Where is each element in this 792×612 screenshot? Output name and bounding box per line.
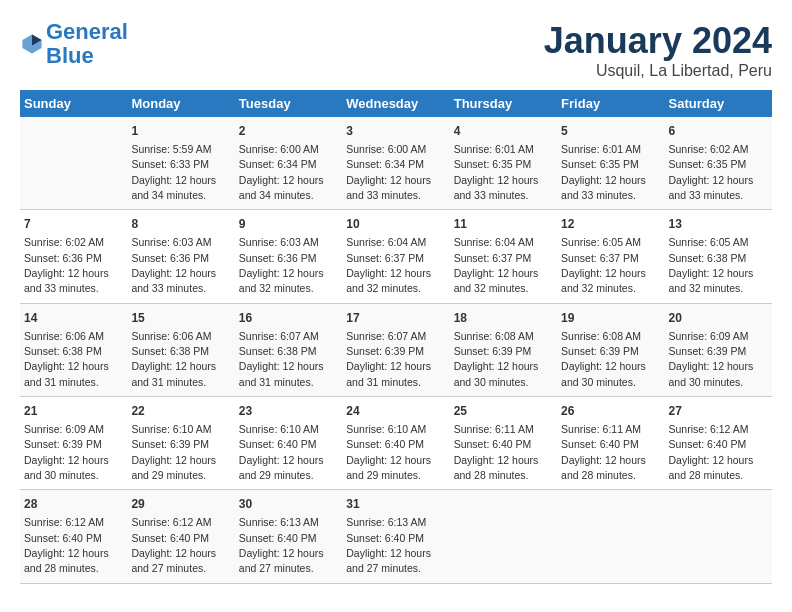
day-info: Sunrise: 5:59 AMSunset: 6:33 PMDaylight:…	[131, 143, 216, 201]
calendar-cell: 28 Sunrise: 6:12 AMSunset: 6:40 PMDaylig…	[20, 490, 127, 583]
calendar-cell: 15 Sunrise: 6:06 AMSunset: 6:38 PMDaylig…	[127, 303, 234, 396]
day-number: 18	[454, 310, 553, 327]
week-row-2: 7 Sunrise: 6:02 AMSunset: 6:36 PMDayligh…	[20, 210, 772, 303]
calendar-cell: 20 Sunrise: 6:09 AMSunset: 6:39 PMDaylig…	[665, 303, 772, 396]
calendar-body: 1 Sunrise: 5:59 AMSunset: 6:33 PMDayligh…	[20, 117, 772, 583]
day-number: 1	[131, 123, 230, 140]
calendar-cell: 11 Sunrise: 6:04 AMSunset: 6:37 PMDaylig…	[450, 210, 557, 303]
logo: General Blue	[20, 20, 128, 68]
day-info: Sunrise: 6:07 AMSunset: 6:39 PMDaylight:…	[346, 330, 431, 388]
column-header-wednesday: Wednesday	[342, 90, 449, 117]
calendar-cell: 26 Sunrise: 6:11 AMSunset: 6:40 PMDaylig…	[557, 397, 664, 490]
day-info: Sunrise: 6:11 AMSunset: 6:40 PMDaylight:…	[561, 423, 646, 481]
calendar-cell: 27 Sunrise: 6:12 AMSunset: 6:40 PMDaylig…	[665, 397, 772, 490]
calendar-cell: 4 Sunrise: 6:01 AMSunset: 6:35 PMDayligh…	[450, 117, 557, 210]
subtitle: Usquil, La Libertad, Peru	[544, 62, 772, 80]
day-info: Sunrise: 6:13 AMSunset: 6:40 PMDaylight:…	[239, 516, 324, 574]
day-info: Sunrise: 6:06 AMSunset: 6:38 PMDaylight:…	[24, 330, 109, 388]
day-info: Sunrise: 6:12 AMSunset: 6:40 PMDaylight:…	[669, 423, 754, 481]
day-info: Sunrise: 6:10 AMSunset: 6:40 PMDaylight:…	[346, 423, 431, 481]
day-info: Sunrise: 6:02 AMSunset: 6:36 PMDaylight:…	[24, 236, 109, 294]
calendar-cell: 6 Sunrise: 6:02 AMSunset: 6:35 PMDayligh…	[665, 117, 772, 210]
calendar-cell: 29 Sunrise: 6:12 AMSunset: 6:40 PMDaylig…	[127, 490, 234, 583]
day-number: 4	[454, 123, 553, 140]
day-number: 12	[561, 216, 660, 233]
day-info: Sunrise: 6:12 AMSunset: 6:40 PMDaylight:…	[24, 516, 109, 574]
day-number: 16	[239, 310, 338, 327]
day-number: 8	[131, 216, 230, 233]
day-number: 29	[131, 496, 230, 513]
calendar-cell	[450, 490, 557, 583]
calendar-cell: 25 Sunrise: 6:11 AMSunset: 6:40 PMDaylig…	[450, 397, 557, 490]
day-number: 9	[239, 216, 338, 233]
day-info: Sunrise: 6:13 AMSunset: 6:40 PMDaylight:…	[346, 516, 431, 574]
week-row-5: 28 Sunrise: 6:12 AMSunset: 6:40 PMDaylig…	[20, 490, 772, 583]
day-number: 17	[346, 310, 445, 327]
column-header-friday: Friday	[557, 90, 664, 117]
day-number: 31	[346, 496, 445, 513]
calendar-table: SundayMondayTuesdayWednesdayThursdayFrid…	[20, 90, 772, 584]
calendar-cell: 22 Sunrise: 6:10 AMSunset: 6:39 PMDaylig…	[127, 397, 234, 490]
day-info: Sunrise: 6:10 AMSunset: 6:39 PMDaylight:…	[131, 423, 216, 481]
calendar-cell	[557, 490, 664, 583]
calendar-cell: 31 Sunrise: 6:13 AMSunset: 6:40 PMDaylig…	[342, 490, 449, 583]
calendar-cell: 5 Sunrise: 6:01 AMSunset: 6:35 PMDayligh…	[557, 117, 664, 210]
day-number: 22	[131, 403, 230, 420]
calendar-cell: 21 Sunrise: 6:09 AMSunset: 6:39 PMDaylig…	[20, 397, 127, 490]
day-number: 13	[669, 216, 768, 233]
day-number: 20	[669, 310, 768, 327]
day-info: Sunrise: 6:02 AMSunset: 6:35 PMDaylight:…	[669, 143, 754, 201]
column-header-tuesday: Tuesday	[235, 90, 342, 117]
day-info: Sunrise: 6:05 AMSunset: 6:37 PMDaylight:…	[561, 236, 646, 294]
day-info: Sunrise: 6:04 AMSunset: 6:37 PMDaylight:…	[346, 236, 431, 294]
day-number: 14	[24, 310, 123, 327]
title-block: January 2024 Usquil, La Libertad, Peru	[544, 20, 772, 80]
day-number: 10	[346, 216, 445, 233]
day-number: 3	[346, 123, 445, 140]
calendar-cell	[20, 117, 127, 210]
day-number: 2	[239, 123, 338, 140]
day-info: Sunrise: 6:07 AMSunset: 6:38 PMDaylight:…	[239, 330, 324, 388]
day-number: 6	[669, 123, 768, 140]
day-number: 26	[561, 403, 660, 420]
day-info: Sunrise: 6:01 AMSunset: 6:35 PMDaylight:…	[454, 143, 539, 201]
calendar-header: SundayMondayTuesdayWednesdayThursdayFrid…	[20, 90, 772, 117]
calendar-cell: 3 Sunrise: 6:00 AMSunset: 6:34 PMDayligh…	[342, 117, 449, 210]
column-header-monday: Monday	[127, 90, 234, 117]
day-number: 30	[239, 496, 338, 513]
day-number: 21	[24, 403, 123, 420]
day-info: Sunrise: 6:00 AMSunset: 6:34 PMDaylight:…	[239, 143, 324, 201]
calendar-cell: 1 Sunrise: 5:59 AMSunset: 6:33 PMDayligh…	[127, 117, 234, 210]
day-number: 28	[24, 496, 123, 513]
calendar-cell: 12 Sunrise: 6:05 AMSunset: 6:37 PMDaylig…	[557, 210, 664, 303]
week-row-1: 1 Sunrise: 5:59 AMSunset: 6:33 PMDayligh…	[20, 117, 772, 210]
day-number: 7	[24, 216, 123, 233]
day-number: 11	[454, 216, 553, 233]
column-header-thursday: Thursday	[450, 90, 557, 117]
calendar-cell: 13 Sunrise: 6:05 AMSunset: 6:38 PMDaylig…	[665, 210, 772, 303]
day-info: Sunrise: 6:11 AMSunset: 6:40 PMDaylight:…	[454, 423, 539, 481]
calendar-cell: 18 Sunrise: 6:08 AMSunset: 6:39 PMDaylig…	[450, 303, 557, 396]
day-info: Sunrise: 6:09 AMSunset: 6:39 PMDaylight:…	[24, 423, 109, 481]
day-info: Sunrise: 6:00 AMSunset: 6:34 PMDaylight:…	[346, 143, 431, 201]
calendar-cell	[665, 490, 772, 583]
calendar-cell: 16 Sunrise: 6:07 AMSunset: 6:38 PMDaylig…	[235, 303, 342, 396]
calendar-cell: 30 Sunrise: 6:13 AMSunset: 6:40 PMDaylig…	[235, 490, 342, 583]
calendar-cell: 24 Sunrise: 6:10 AMSunset: 6:40 PMDaylig…	[342, 397, 449, 490]
day-info: Sunrise: 6:12 AMSunset: 6:40 PMDaylight:…	[131, 516, 216, 574]
calendar-cell: 23 Sunrise: 6:10 AMSunset: 6:40 PMDaylig…	[235, 397, 342, 490]
logo-icon	[20, 32, 44, 56]
day-info: Sunrise: 6:06 AMSunset: 6:38 PMDaylight:…	[131, 330, 216, 388]
calendar-cell: 2 Sunrise: 6:00 AMSunset: 6:34 PMDayligh…	[235, 117, 342, 210]
day-info: Sunrise: 6:04 AMSunset: 6:37 PMDaylight:…	[454, 236, 539, 294]
day-info: Sunrise: 6:03 AMSunset: 6:36 PMDaylight:…	[131, 236, 216, 294]
day-info: Sunrise: 6:08 AMSunset: 6:39 PMDaylight:…	[561, 330, 646, 388]
calendar-cell: 14 Sunrise: 6:06 AMSunset: 6:38 PMDaylig…	[20, 303, 127, 396]
calendar-cell: 19 Sunrise: 6:08 AMSunset: 6:39 PMDaylig…	[557, 303, 664, 396]
logo-text: General Blue	[46, 20, 128, 68]
week-row-3: 14 Sunrise: 6:06 AMSunset: 6:38 PMDaylig…	[20, 303, 772, 396]
day-number: 19	[561, 310, 660, 327]
day-info: Sunrise: 6:10 AMSunset: 6:40 PMDaylight:…	[239, 423, 324, 481]
day-info: Sunrise: 6:08 AMSunset: 6:39 PMDaylight:…	[454, 330, 539, 388]
calendar-cell: 7 Sunrise: 6:02 AMSunset: 6:36 PMDayligh…	[20, 210, 127, 303]
